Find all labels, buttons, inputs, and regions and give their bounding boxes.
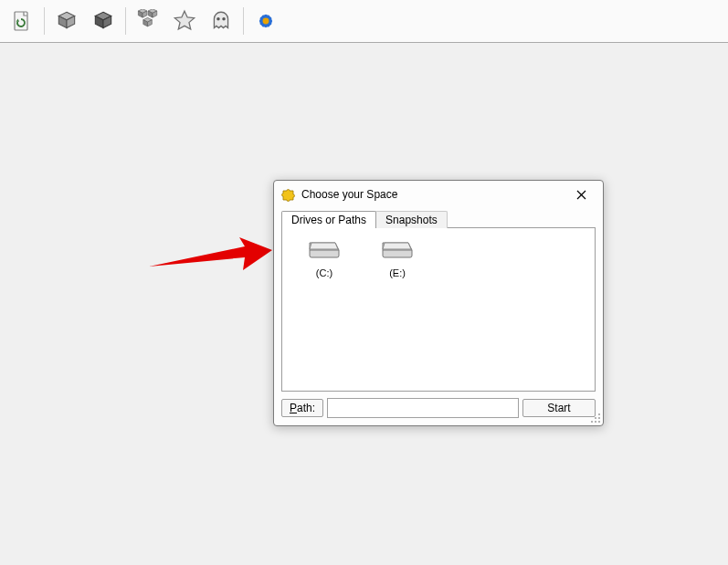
puzzle-icon <box>281 187 296 202</box>
refresh-page-icon <box>11 10 33 32</box>
cube-icon <box>55 9 79 33</box>
start-button[interactable]: Start <box>522 399 596 417</box>
dialog-titlebar: Choose your Space <box>274 181 603 208</box>
drive-item-c[interactable]: (C:) <box>291 237 357 278</box>
dialog-title: Choose your Space <box>301 188 564 201</box>
ghost-icon <box>209 9 233 33</box>
svg-point-14 <box>595 421 596 423</box>
cubes-icon <box>136 9 160 33</box>
svg-point-2 <box>222 17 225 20</box>
tab-drives-or-paths[interactable]: Drives or Paths <box>281 211 376 228</box>
svg-point-13 <box>598 421 600 423</box>
cube-button[interactable] <box>50 5 83 37</box>
dialog-footer: Path: Start <box>274 398 603 425</box>
red-arrow-annotation <box>144 232 272 276</box>
svg-point-15 <box>591 421 593 423</box>
toolbar-separator <box>243 7 244 35</box>
ghost-button[interactable] <box>205 5 237 37</box>
svg-point-1 <box>216 17 219 20</box>
drive-item-e[interactable]: (E:) <box>364 237 430 278</box>
resize-grip-icon[interactable] <box>590 413 601 424</box>
hard-drive-icon <box>379 237 416 261</box>
tab-snapshots[interactable]: Snapshots <box>375 211 448 228</box>
star-button[interactable] <box>168 5 201 37</box>
choose-space-dialog: Choose your Space Drives or Paths Snapsh… <box>273 180 604 426</box>
svg-point-11 <box>598 417 600 419</box>
drive-label: (E:) <box>364 267 430 278</box>
toolbar-separator <box>125 7 126 35</box>
hard-drive-icon <box>306 237 343 261</box>
flower-button[interactable] <box>249 5 282 37</box>
close-button[interactable] <box>564 183 597 205</box>
toolbar <box>0 0 728 43</box>
drives-panel: (C:) (E:) <box>281 227 596 392</box>
cube-dark-icon <box>91 9 115 33</box>
cubes-button[interactable] <box>132 5 164 37</box>
close-icon <box>576 190 586 200</box>
cube-dark-button[interactable] <box>87 5 120 37</box>
path-button[interactable]: Path: <box>281 399 323 417</box>
star-icon <box>173 9 196 33</box>
svg-point-12 <box>595 417 596 419</box>
refresh-button[interactable] <box>5 5 38 37</box>
drive-label: (C:) <box>291 267 357 278</box>
svg-point-9 <box>263 18 269 25</box>
svg-point-10 <box>598 413 600 415</box>
flower-icon <box>254 9 278 33</box>
toolbar-separator <box>44 7 45 35</box>
path-input[interactable] <box>327 398 519 418</box>
tab-strip: Drives or Paths Snapshots <box>274 208 603 228</box>
